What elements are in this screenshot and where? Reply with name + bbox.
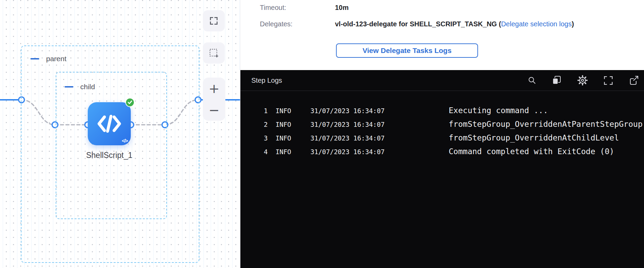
log-level: INFO bbox=[276, 148, 300, 156]
fullscreen-expand-icon bbox=[209, 16, 218, 25]
step-logs-title: Step Logs bbox=[251, 77, 282, 84]
log-line: 2 INFO 31/07/2023 16:34:07 fromStepGroup… bbox=[240, 120, 644, 133]
collapse-child-group-button[interactable] bbox=[65, 86, 73, 88]
log-lines: 1 INFO 31/07/2023 16:34:07 Executing com… bbox=[240, 91, 644, 161]
delegates-row: Delegates: vl-old-123-delegate for SHELL… bbox=[260, 20, 644, 28]
log-timestamp: 31/07/2023 16:34:07 bbox=[310, 148, 413, 156]
timeout-row: Timeout: 10m bbox=[260, 4, 644, 12]
delegates-value: vl-old-123-delegate for SHELL_SCRIPT_TAS… bbox=[335, 20, 574, 28]
delegate-selection-logs-link[interactable]: Delegate selection logs bbox=[501, 20, 572, 28]
zoom-out-button[interactable]: − bbox=[203, 99, 225, 121]
log-line-number: 1 bbox=[240, 107, 268, 115]
child-group-label: child bbox=[80, 83, 95, 91]
parent-group-label: parent bbox=[46, 55, 67, 63]
pipeline-canvas[interactable]: parent child </> bbox=[0, 0, 240, 268]
code-icon bbox=[96, 113, 122, 134]
log-search-button[interactable] bbox=[528, 76, 536, 84]
log-line-number: 3 bbox=[240, 134, 268, 142]
delegates-label: Delegates: bbox=[260, 20, 335, 28]
delegate-name: vl-old-123-delegate for SHELL_SCRIPT_TAS… bbox=[335, 20, 497, 28]
step-node-label: ShellScript_1 bbox=[65, 151, 154, 160]
console-toolbar bbox=[528, 75, 635, 86]
timeout-value: 10m bbox=[335, 4, 349, 12]
log-line: 4 INFO 31/07/2023 16:34:07 Command compl… bbox=[240, 147, 644, 161]
open-in-new-icon bbox=[629, 75, 639, 85]
log-line-number: 2 bbox=[240, 121, 268, 128]
log-level: INFO bbox=[276, 107, 300, 115]
canvas-fullscreen-button[interactable] bbox=[203, 10, 225, 31]
search-icon bbox=[528, 76, 536, 84]
log-message: fromStepGroup_OverriddenAtParentStepGrou… bbox=[449, 120, 643, 129]
log-settings-button[interactable] bbox=[577, 75, 588, 86]
log-timestamp: 31/07/2023 16:34:07 bbox=[310, 134, 413, 142]
view-delegate-tasks-logs-button[interactable]: View Delegate Tasks Logs bbox=[336, 43, 478, 58]
log-line: 1 INFO 31/07/2023 16:34:07 Executing com… bbox=[240, 106, 644, 120]
paren-close: ) bbox=[572, 20, 574, 28]
marquee-select-button[interactable] bbox=[203, 42, 225, 64]
log-fullscreen-button[interactable] bbox=[604, 76, 613, 85]
marquee-select-icon bbox=[209, 48, 219, 58]
step-group-child: child bbox=[56, 72, 167, 219]
shell-script-type-icon: </> bbox=[122, 138, 128, 144]
log-message: fromStepGroup_OverriddenAtChildLevel bbox=[449, 133, 619, 142]
log-timestamp: 31/07/2023 16:34:07 bbox=[310, 107, 413, 115]
step-logs-console: Step Logs bbox=[240, 70, 644, 268]
log-line-number: 4 bbox=[240, 148, 268, 156]
zoom-controls: + − bbox=[203, 78, 225, 121]
log-level: INFO bbox=[276, 121, 300, 128]
log-message: Executing command ... bbox=[449, 106, 548, 115]
copy-icon bbox=[552, 76, 561, 85]
log-line: 3 INFO 31/07/2023 16:34:07 fromStepGroup… bbox=[240, 133, 644, 147]
shellscript-step-node[interactable]: </> bbox=[88, 102, 131, 145]
step-logs-header: Step Logs bbox=[240, 70, 644, 91]
timeout-label: Timeout: bbox=[260, 4, 335, 12]
gear-icon bbox=[577, 75, 588, 86]
pipeline-execution-view: parent child </> bbox=[0, 0, 644, 268]
step-details-panel: Timeout: 10m Delegates: vl-old-123-deleg… bbox=[240, 0, 644, 268]
step-details: Timeout: 10m Delegates: vl-old-123-deleg… bbox=[240, 0, 644, 58]
collapse-parent-group-button[interactable] bbox=[30, 58, 39, 59]
zoom-in-button[interactable]: + bbox=[203, 78, 225, 99]
success-check-icon bbox=[125, 98, 135, 107]
copy-logs-button[interactable] bbox=[552, 76, 561, 85]
log-level: INFO bbox=[276, 134, 300, 142]
open-in-new-tab-button[interactable] bbox=[629, 75, 639, 85]
log-message: Command completed with ExitCode (0) bbox=[449, 147, 614, 156]
log-timestamp: 31/07/2023 16:34:07 bbox=[310, 121, 413, 128]
fullscreen-brackets-icon bbox=[604, 76, 613, 85]
